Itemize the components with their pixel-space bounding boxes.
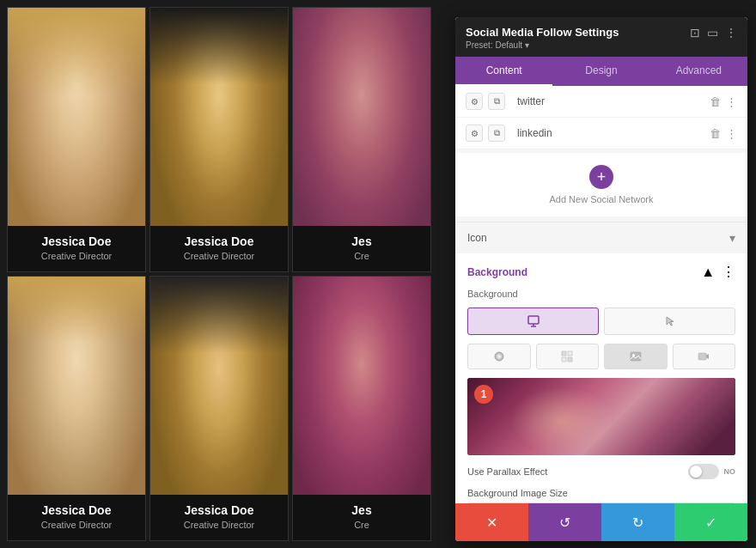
cancel-button[interactable]: ✕ [455,503,528,541]
team-photo [8,277,145,495]
redo-icon: ↻ [632,515,643,531]
social-network-list: ⚙ ⧉ twitter 🗑 ⋮ ⚙ ⧉ linkedin 🗑 ⋮ [455,86,747,149]
bg-sub-image-button[interactable] [604,344,668,369]
social-item-controls: ⚙ ⧉ [466,125,505,142]
svg-rect-6 [562,357,566,362]
team-card: Jessica Doe Creative Director [7,7,146,272]
background-section-actions: ▲ ⋮ [701,264,735,280]
maximize-icon[interactable]: ▭ [707,26,718,40]
svg-rect-0 [528,316,539,324]
resize-icon[interactable]: ⊡ [690,26,700,40]
parallax-label: Use Parallax Effect [467,466,547,477]
svg-point-3 [495,352,503,361]
team-name: Jes [303,234,420,248]
icon-section-label: Icon [467,232,487,244]
team-info: Jessica Doe Creative Director [150,495,288,540]
team-photo [293,8,430,226]
team-photo [150,8,288,226]
social-network-name-twitter: twitter [514,95,710,107]
team-card: Jessica Doe Creative Director [149,276,289,541]
team-title: Cre [303,520,420,530]
gradient-icon [493,350,505,362]
social-network-item-linkedin: ⚙ ⧉ linkedin 🗑 ⋮ [455,118,747,149]
cancel-icon: ✕ [486,515,497,531]
social-delete-icon[interactable]: 🗑 [710,127,721,140]
bg-type-none-button[interactable] [467,307,599,335]
tab-content[interactable]: Content [455,57,552,86]
panel-footer: ✕ ↺ ↻ ✓ [455,503,747,541]
icon-section-toggle[interactable]: Icon ▾ [455,222,747,253]
bg-sub-gradient-button[interactable] [467,344,531,369]
team-title: Cre [303,251,420,261]
cursor-icon [664,315,676,327]
background-badge: 1 [474,385,493,404]
background-section-title: Background [467,266,527,278]
social-more-icon[interactable]: ⋮ [726,127,737,140]
background-sub-row [467,344,735,369]
add-network-button[interactable]: + [589,165,613,189]
team-title: Creative Director [161,251,277,261]
save-icon: ✓ [705,515,716,531]
team-info: Jessica Doe Creative Director [8,495,145,540]
social-delete-icon[interactable]: 🗑 [710,95,721,108]
social-item-actions: 🗑 ⋮ [710,95,737,108]
image-icon [630,350,642,362]
team-name: Jes [303,503,420,517]
panel-tabs: Content Design Advanced [455,57,747,86]
svg-rect-7 [568,357,572,362]
panel-preset[interactable]: Preset: Default ▾ [466,40,619,50]
social-item-controls: ⚙ ⧉ [466,93,505,110]
settings-panel: Social Media Follow Settings Preset: Def… [455,17,747,541]
icon-chevron-down-icon: ▾ [729,231,735,245]
team-photo [150,277,288,495]
background-type-row [467,307,735,335]
svg-rect-4 [562,351,566,356]
social-settings-icon[interactable]: ⚙ [466,93,483,110]
image-size-group: Background Image Size Cover ⬡ [467,488,735,503]
bg-type-cursor-button[interactable] [604,307,735,335]
team-grid: Jessica Doe Creative Director Jessica Do… [0,0,438,548]
video-icon [698,350,710,362]
tab-design[interactable]: Design [552,57,649,86]
tab-advanced[interactable]: Advanced [650,57,747,86]
social-item-actions: 🗑 ⋮ [710,127,737,140]
social-copy-icon[interactable]: ⧉ [488,93,505,110]
toggle-track[interactable] [688,464,719,479]
parallax-row: Use Parallax Effect NO [467,464,735,479]
panel-header: Social Media Follow Settings Preset: Def… [455,17,747,57]
bg-sub-video-button[interactable] [673,344,736,369]
team-title: Creative Director [18,251,135,261]
team-title: Creative Director [161,520,277,530]
toggle-knob [690,466,702,478]
team-card: Jes Cre [292,276,431,541]
add-network-label: Add New Social Network [549,194,653,204]
background-image-preview[interactable]: 1 [467,378,735,455]
social-copy-icon[interactable]: ⧉ [488,125,505,142]
team-info: Jessica Doe Creative Director [8,226,145,271]
team-info: Jes Cre [293,226,430,271]
background-collapse-icon[interactable]: ▲ [701,265,715,280]
more-icon[interactable]: ⋮ [725,26,737,40]
background-section-header: Background ▲ ⋮ [467,264,735,280]
team-info: Jes Cre [293,495,430,540]
reset-icon: ↺ [559,515,570,531]
redo-button[interactable]: ↻ [601,503,674,541]
social-more-icon[interactable]: ⋮ [726,95,737,108]
team-title: Creative Director [18,520,135,530]
social-network-name-linkedin: linkedin [514,127,710,139]
monitor-icon [527,314,540,328]
panel-header-info: Social Media Follow Settings Preset: Def… [466,26,619,50]
social-settings-icon[interactable]: ⚙ [466,125,483,142]
team-info: Jessica Doe Creative Director [150,226,288,271]
parallax-toggle[interactable]: NO [688,464,736,479]
svg-rect-5 [568,351,572,356]
background-more-icon[interactable]: ⋮ [722,264,735,280]
team-name: Jessica Doe [161,503,277,517]
panel-title: Social Media Follow Settings [466,26,619,39]
panel-body: ⚙ ⧉ twitter 🗑 ⋮ ⚙ ⧉ linkedin 🗑 ⋮ [455,86,747,503]
team-photo [8,8,145,226]
save-button[interactable]: ✓ [674,503,747,541]
team-name: Jessica Doe [18,234,135,248]
reset-button[interactable]: ↺ [528,503,601,541]
bg-sub-pattern-button[interactable] [536,344,600,369]
